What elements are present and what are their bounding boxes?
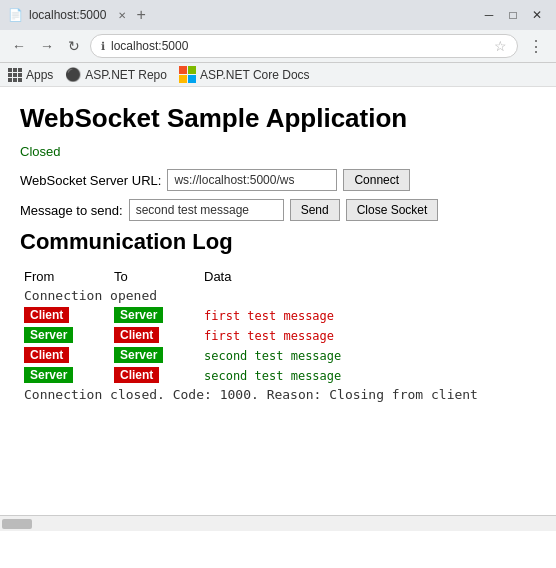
log-from: Client [20, 305, 110, 325]
connect-button[interactable]: Connect [343, 169, 410, 191]
bookmark-star-button[interactable]: ☆ [494, 38, 507, 54]
new-tab-btn[interactable]: + [136, 6, 145, 24]
message-row: Message to send: Send Close Socket [20, 199, 536, 221]
to-badge: Client [114, 327, 159, 343]
back-button[interactable]: ← [8, 36, 30, 56]
horizontal-scrollbar[interactable] [0, 515, 556, 531]
log-data-text: second test message [204, 369, 341, 383]
log-data-text: first test message [204, 309, 334, 323]
log-data: second test message [200, 345, 536, 365]
from-badge: Client [24, 347, 69, 363]
log-info-text: Connection closed. Code: 1000. Reason: C… [20, 385, 536, 404]
log-from: Server [20, 325, 110, 345]
log-row: Server Client second test message [20, 365, 536, 385]
bookmark-aspnet-core-docs-label: ASP.NET Core Docs [200, 68, 310, 82]
close-socket-button[interactable]: Close Socket [346, 199, 439, 221]
log-row: Connection closed. Code: 1000. Reason: C… [20, 385, 536, 404]
log-row: Server Client first test message [20, 325, 536, 345]
forward-button[interactable]: → [36, 36, 58, 56]
send-button[interactable]: Send [290, 199, 340, 221]
bookmark-aspnet-repo[interactable]: ⚫ ASP.NET Repo [65, 67, 167, 82]
page-content: WebSocket Sample Application Closed WebS… [0, 87, 556, 515]
log-data: first test message [200, 325, 536, 345]
log-data: first test message [200, 305, 536, 325]
from-badge: Server [24, 327, 73, 343]
tab-title: localhost:5000 [29, 8, 106, 22]
bookmark-aspnet-core-docs[interactable]: ASP.NET Core Docs [179, 66, 310, 83]
bookmark-aspnet-repo-label: ASP.NET Repo [85, 68, 167, 82]
message-label: Message to send: [20, 203, 123, 218]
page-title: WebSocket Sample Application [20, 103, 536, 134]
col-header-from: From [20, 267, 110, 286]
url-display[interactable]: localhost:5000 [111, 39, 488, 53]
communication-log-table: From To Data Connection opened Client Se… [20, 267, 536, 404]
col-header-data: Data [200, 267, 536, 286]
to-badge: Server [114, 347, 163, 363]
message-input[interactable] [129, 199, 284, 221]
log-from: Server [20, 365, 110, 385]
log-to: Server [110, 305, 200, 325]
chrome-menu-button[interactable]: ⋮ [524, 35, 548, 58]
bookmark-apps-label: Apps [26, 68, 53, 82]
page-icon: 📄 [8, 8, 23, 22]
log-from: Client [20, 345, 110, 365]
ws-url-row: WebSocket Server URL: Connect [20, 169, 536, 191]
log-info-text: Connection opened [20, 286, 536, 305]
from-badge: Server [24, 367, 73, 383]
ws-url-label: WebSocket Server URL: [20, 173, 161, 188]
comm-log-title: Communication Log [20, 229, 536, 255]
log-row: Client Server first test message [20, 305, 536, 325]
connection-status: Closed [20, 144, 536, 159]
log-data-text: first test message [204, 329, 334, 343]
close-button[interactable]: ✕ [526, 4, 548, 26]
from-badge: Client [24, 307, 69, 323]
log-row: Connection opened [20, 286, 536, 305]
scroll-thumb[interactable] [2, 519, 32, 529]
ws-url-input[interactable] [167, 169, 337, 191]
minimize-button[interactable]: ─ [478, 4, 500, 26]
log-to: Client [110, 365, 200, 385]
secure-icon: ℹ [101, 40, 105, 53]
log-to: Client [110, 325, 200, 345]
tab-close-icon[interactable]: ✕ [118, 10, 126, 21]
log-data-text: second test message [204, 349, 341, 363]
github-icon: ⚫ [65, 67, 81, 82]
col-header-to: To [110, 267, 200, 286]
maximize-button[interactable]: □ [502, 4, 524, 26]
log-to: Server [110, 345, 200, 365]
log-data: second test message [200, 365, 536, 385]
log-row: Client Server second test message [20, 345, 536, 365]
to-badge: Client [114, 367, 159, 383]
to-badge: Server [114, 307, 163, 323]
bookmark-apps[interactable]: Apps [8, 68, 53, 82]
reload-button[interactable]: ↻ [64, 36, 84, 56]
